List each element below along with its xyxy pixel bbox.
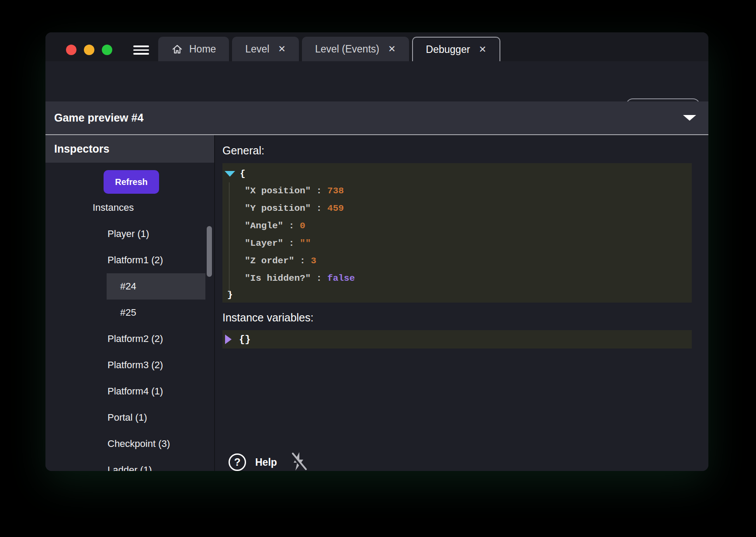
property-key: "Is hidden?" bbox=[245, 273, 311, 283]
close-brace: } bbox=[227, 290, 233, 300]
property-key: "Layer" bbox=[245, 238, 283, 248]
minimize-window-button[interactable] bbox=[84, 45, 94, 55]
property-key: "Z order" bbox=[245, 256, 294, 266]
key-value-separator: : bbox=[311, 203, 327, 213]
key-value-separator: : bbox=[311, 186, 327, 196]
titlebar: HomeLevel✕Level (Events)✕Debugger✕ bbox=[45, 32, 708, 61]
inspector-main-panel: General: { "X position" : 738"Y position… bbox=[215, 135, 708, 471]
zoom-window-button[interactable] bbox=[102, 45, 112, 55]
property-value: "" bbox=[300, 238, 311, 248]
help-label[interactable]: Help bbox=[255, 457, 277, 468]
instance-item[interactable]: Platform4 (1) bbox=[107, 378, 205, 404]
game-preview-header[interactable]: Game preview #4 bbox=[45, 101, 708, 134]
tab-level-events[interactable]: Level (Events)✕ bbox=[302, 37, 409, 61]
tab-level[interactable]: Level✕ bbox=[232, 37, 299, 61]
property-row: "Layer" : "" bbox=[222, 234, 692, 252]
close-tab-icon[interactable]: ✕ bbox=[278, 44, 286, 54]
close-tab-icon[interactable]: ✕ bbox=[388, 44, 396, 54]
instance-item[interactable]: #25 bbox=[107, 300, 205, 326]
tab-debugger[interactable]: Debugger✕ bbox=[412, 37, 501, 61]
collapse-expander-icon[interactable] bbox=[225, 171, 235, 177]
menu-hamburger-icon[interactable] bbox=[133, 45, 149, 55]
sidebar-scrollbar-thumb[interactable] bbox=[207, 226, 212, 277]
help-icon[interactable]: ? bbox=[229, 453, 246, 471]
inspectors-sidebar: Inspectors Refresh Instances Player (1)P… bbox=[45, 135, 214, 471]
home-icon bbox=[171, 43, 183, 55]
instance-variables-label: Instance variables: bbox=[222, 311, 313, 324]
tab-home[interactable]: Home bbox=[158, 37, 229, 61]
game-preview-title: Game preview #4 bbox=[54, 101, 143, 134]
key-value-separator: : bbox=[283, 221, 300, 231]
instance-item[interactable]: Ladder (1) bbox=[107, 457, 205, 471]
tab-label: Level (Events) bbox=[315, 43, 379, 55]
json-close-row: } bbox=[222, 287, 692, 303]
instance-item[interactable]: Platform3 (2) bbox=[107, 352, 205, 378]
instance-item[interactable]: Player (1) bbox=[107, 221, 205, 247]
instance-item[interactable]: #24 bbox=[107, 273, 205, 300]
window-controls bbox=[66, 45, 112, 55]
property-row: "Y position" : 459 bbox=[222, 199, 692, 217]
instance-variables-panel: {} bbox=[222, 330, 692, 349]
key-value-separator: : bbox=[294, 256, 311, 266]
inspectors-header: Inspectors bbox=[45, 135, 214, 163]
close-tab-icon[interactable]: ✕ bbox=[479, 44, 487, 55]
property-row: "Is hidden?" : false bbox=[222, 269, 692, 287]
inspectors-title: Inspectors bbox=[54, 143, 109, 155]
property-key: "Y position" bbox=[245, 203, 311, 213]
help-row: ? Help bbox=[229, 451, 307, 471]
property-value: 738 bbox=[327, 186, 344, 196]
general-properties-panel: { "X position" : 738"Y position" : 459"A… bbox=[222, 163, 692, 303]
property-row: "Angle" : 0 bbox=[222, 217, 692, 234]
preview-dropdown-chevron-icon[interactable] bbox=[683, 115, 696, 121]
property-value: false bbox=[327, 273, 355, 283]
json-indent-guide bbox=[229, 182, 229, 295]
app-window: HomeLevel✕Level (Events)✕Debugger✕ bbox=[45, 32, 708, 471]
instance-item[interactable]: Platform1 (2) bbox=[107, 247, 205, 273]
property-key: "Angle" bbox=[245, 221, 283, 231]
tab-label: Debugger bbox=[426, 44, 470, 56]
key-value-separator: : bbox=[311, 273, 327, 283]
open-brace: { bbox=[240, 169, 246, 179]
json-open-row: { bbox=[222, 165, 692, 182]
debugger-toolbar: Pause bbox=[45, 61, 708, 101]
instance-variables-value: {} bbox=[239, 334, 250, 345]
tab-label: Home bbox=[189, 43, 216, 55]
properties-list: "X position" : 738"Y position" : 459"Ang… bbox=[222, 182, 692, 287]
instance-item[interactable]: Checkpoint (3) bbox=[107, 431, 205, 457]
instance-item[interactable]: Platform2 (2) bbox=[107, 326, 205, 352]
close-window-button[interactable] bbox=[66, 45, 76, 55]
property-row: "X position" : 738 bbox=[222, 182, 692, 199]
flash-off-icon[interactable] bbox=[290, 451, 307, 471]
property-value: 3 bbox=[311, 256, 316, 266]
property-key: "X position" bbox=[245, 186, 311, 196]
property-row: "Z order" : 3 bbox=[222, 252, 692, 269]
key-value-separator: : bbox=[283, 238, 300, 248]
property-value: 0 bbox=[300, 221, 305, 231]
expand-expander-icon[interactable] bbox=[225, 335, 232, 344]
tab-bar: HomeLevel✕Level (Events)✕Debugger✕ bbox=[158, 37, 500, 61]
tab-label: Level bbox=[245, 43, 269, 55]
instances-list: Player (1)Platform1 (2)#24#25Platform2 (… bbox=[45, 221, 214, 471]
property-value: 459 bbox=[327, 203, 344, 213]
general-section-label: General: bbox=[222, 144, 264, 157]
instance-item[interactable]: Portal (1) bbox=[107, 404, 205, 431]
refresh-button[interactable]: Refresh bbox=[104, 170, 159, 194]
instances-root-label[interactable]: Instances bbox=[93, 202, 134, 213]
